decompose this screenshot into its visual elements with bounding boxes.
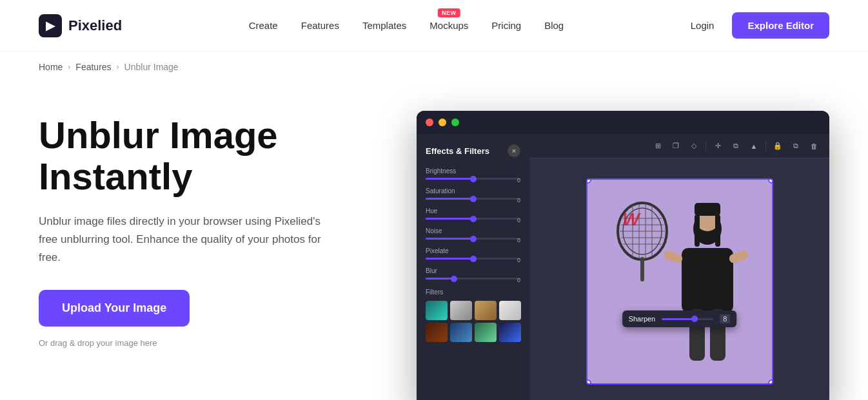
- canvas-toolbar: ⊞ ❐ ◇ ✛ ⧉ ▲ 🔒 ⧉ 🗑: [529, 134, 829, 158]
- svg-rect-21: [715, 214, 720, 247]
- sharpen-value: 8: [720, 314, 730, 323]
- effects-panel: Effects & Filters × Brightness 0 Satur: [417, 134, 529, 400]
- brightness-slider-row: Brightness 0: [426, 167, 520, 180]
- hero-title: Unblur Image Instantly: [39, 115, 361, 197]
- saturation-label: Saturation: [426, 187, 520, 195]
- nav-blog[interactable]: Blog: [544, 20, 564, 31]
- brightness-label: Brightness: [426, 167, 520, 175]
- window-close-dot[interactable]: [426, 119, 433, 126]
- filter-5[interactable]: [426, 323, 448, 342]
- breadcrumb-sep-2: ›: [117, 62, 119, 71]
- editor-body: Effects & Filters × Brightness 0 Satur: [417, 134, 829, 400]
- breadcrumb-sep-1: ›: [68, 62, 70, 71]
- panel-title: Effects & Filters ×: [426, 144, 520, 157]
- upload-button[interactable]: Upload Your Image: [39, 290, 190, 327]
- pixelate-track[interactable]: 0: [426, 258, 520, 260]
- filters-grid: [426, 301, 520, 342]
- editor-canvas: ⊞ ❐ ◇ ✛ ⧉ ▲ 🔒 ⧉ 🗑: [529, 134, 829, 400]
- toolbar-duplicate-icon[interactable]: ⧉: [789, 140, 802, 153]
- main-content: Unblur Image Instantly Unblur image file…: [0, 82, 868, 400]
- svg-rect-19: [695, 203, 720, 216]
- filter-2[interactable]: [450, 301, 472, 320]
- logo-text: Pixelied: [68, 17, 122, 34]
- nav-mockups[interactable]: NEW Mockups: [429, 20, 468, 31]
- nav-features[interactable]: Features: [301, 20, 339, 31]
- filter-4[interactable]: [499, 301, 521, 320]
- panel-close-button[interactable]: ×: [508, 144, 520, 157]
- filter-3[interactable]: [475, 301, 497, 320]
- filter-1[interactable]: [426, 301, 448, 320]
- editor-window: Effects & Filters × Brightness 0 Satur: [417, 111, 829, 400]
- svg-rect-11: [640, 257, 644, 281]
- noise-track[interactable]: 0: [426, 238, 520, 240]
- handle-bl[interactable]: [586, 379, 591, 385]
- login-button[interactable]: Login: [691, 20, 715, 31]
- toolbar-grid-icon[interactable]: ⊞: [651, 140, 664, 153]
- header-right: Login Explore Editor: [691, 12, 829, 39]
- window-minimize-dot[interactable]: [439, 119, 446, 126]
- breadcrumb-current: Unblur Image: [124, 62, 179, 72]
- svg-rect-13: [682, 248, 733, 312]
- editor-preview: Effects & Filters × Brightness 0 Satur: [348, 102, 829, 400]
- player-background: W: [587, 180, 772, 383]
- window-maximize-dot[interactable]: [451, 119, 459, 126]
- blur-slider-row: Blur 0: [426, 267, 520, 280]
- toolbar-move-icon[interactable]: ✛: [711, 140, 724, 153]
- filters-label: Filters: [426, 289, 520, 296]
- svg-rect-14: [662, 249, 684, 264]
- breadcrumb: Home › Features › Unblur Image: [0, 52, 868, 82]
- breadcrumb-features[interactable]: Features: [75, 62, 111, 72]
- hero-description: Unblur image files directly in your brow…: [39, 213, 322, 267]
- noise-label: Noise: [426, 227, 520, 234]
- sharpen-label: Sharpen: [629, 315, 656, 323]
- pixelate-label: Pixelate: [426, 247, 520, 254]
- toolbar-triangle-icon[interactable]: ▲: [747, 140, 760, 153]
- filter-8[interactable]: [499, 323, 521, 342]
- main-nav: Create Features Templates NEW Mockups Pr…: [249, 20, 564, 31]
- nav-templates[interactable]: Templates: [362, 20, 406, 31]
- logo-icon: ▶: [39, 14, 62, 37]
- racket-brand-w: W: [616, 204, 647, 235]
- toolbar-delete-icon[interactable]: 🗑: [807, 140, 820, 153]
- saturation-slider-row: Saturation 0: [426, 187, 520, 200]
- toolbar-sep-2: [765, 141, 766, 151]
- sharpen-slider[interactable]: [662, 318, 713, 320]
- drag-drop-hint: Or drag & drop your image here: [39, 338, 361, 348]
- canvas-image: W: [586, 178, 773, 385]
- filters-section: Filters: [426, 289, 520, 342]
- filter-7[interactable]: [475, 323, 497, 342]
- logo[interactable]: ▶ Pixelied: [39, 14, 122, 37]
- header: ▶ Pixelied Create Features Templates NEW…: [0, 0, 868, 52]
- toolbar-layer-icon[interactable]: ◇: [687, 140, 700, 153]
- explore-editor-button[interactable]: Explore Editor: [732, 12, 829, 39]
- toolbar-sep-1: [705, 141, 706, 151]
- svg-rect-20: [695, 214, 700, 247]
- hero-section: Unblur Image Instantly Unblur image file…: [39, 102, 361, 400]
- noise-slider-row: Noise 0: [426, 227, 520, 240]
- filter-6[interactable]: [450, 323, 472, 342]
- hue-track[interactable]: 0: [426, 218, 520, 220]
- handle-br[interactable]: [768, 379, 773, 385]
- new-badge: NEW: [438, 8, 460, 17]
- hue-slider-row: Hue 0: [426, 207, 520, 220]
- saturation-track[interactable]: 0: [426, 198, 520, 200]
- brightness-track[interactable]: 0: [426, 178, 520, 180]
- nav-pricing[interactable]: Pricing: [491, 20, 521, 31]
- player-silhouette: [662, 203, 753, 383]
- toolbar-copy-icon[interactable]: ❐: [669, 140, 682, 153]
- toolbar-stack-icon[interactable]: ⧉: [729, 140, 742, 153]
- breadcrumb-home[interactable]: Home: [39, 62, 63, 72]
- nav-create[interactable]: Create: [249, 20, 278, 31]
- pixelate-slider-row: Pixelate 0: [426, 247, 520, 260]
- toolbar-lock-icon[interactable]: 🔒: [771, 140, 784, 153]
- editor-titlebar: [417, 111, 829, 134]
- hue-label: Hue: [426, 207, 520, 214]
- sharpen-tooltip: Sharpen 8: [622, 310, 737, 327]
- blur-track[interactable]: 0: [426, 278, 520, 280]
- blur-label: Blur: [426, 267, 520, 274]
- canvas-image-wrapper: W: [586, 178, 773, 385]
